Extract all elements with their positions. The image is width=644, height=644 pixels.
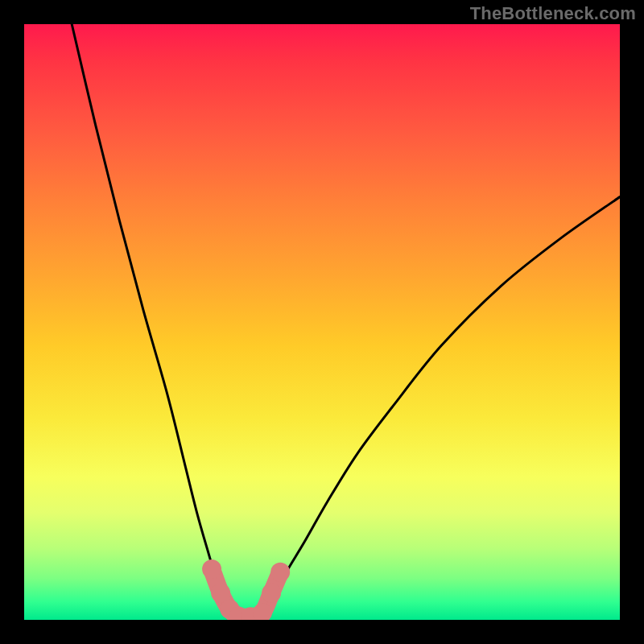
marker-point — [270, 563, 290, 582]
marker-point — [262, 584, 281, 603]
plot-area — [24, 24, 620, 620]
right-curve — [262, 197, 620, 614]
curve-layer — [24, 24, 620, 620]
left-curve — [72, 24, 236, 617]
watermark-text: TheBottleneck.com — [470, 3, 636, 24]
marker-point — [202, 559, 221, 579]
chart-frame: TheBottleneck.com — [0, 0, 644, 644]
